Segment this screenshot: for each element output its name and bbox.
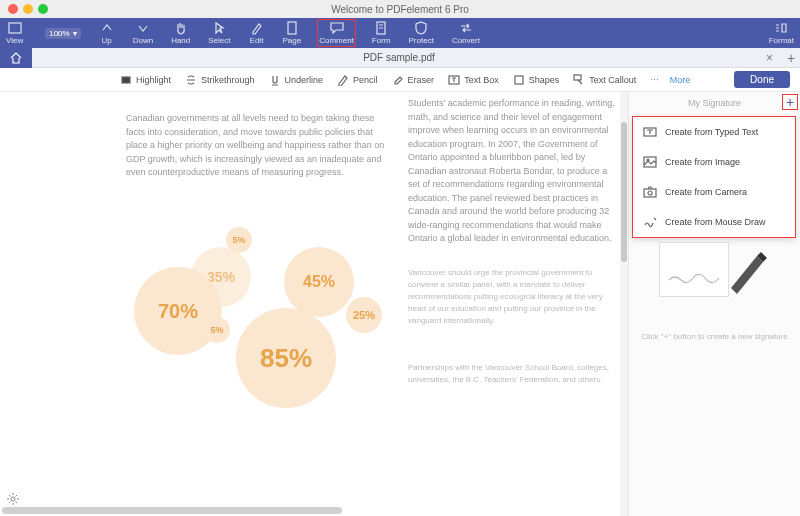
tab-filename[interactable]: PDF sample.pdf	[32, 52, 766, 63]
tab-bar: PDF sample.pdf × +	[0, 48, 800, 68]
done-button[interactable]: Done	[734, 71, 790, 88]
signature-preview-graphic	[659, 242, 769, 312]
doc-paragraph: Canadian governments at all levels need …	[126, 112, 386, 180]
pencil-tool[interactable]: Pencil	[337, 74, 378, 86]
create-from-typed-text[interactable]: Create from Typed Text	[633, 117, 795, 147]
tab-add-button[interactable]: +	[782, 50, 800, 66]
eraser-tool[interactable]: Eraser	[392, 74, 435, 86]
textbox-tool[interactable]: Text Box	[448, 74, 499, 86]
svg-point-11	[648, 191, 652, 195]
doc-paragraph: Students' academic performance in readin…	[408, 97, 618, 246]
doc-paragraph: Partnerships with the Vancouver School B…	[408, 362, 618, 386]
select-button[interactable]: Select	[208, 21, 230, 45]
window-title: Welcome to PDFelement 6 Pro	[0, 4, 800, 15]
home-button[interactable]	[0, 48, 32, 68]
zoom-select[interactable]: 100%▾	[45, 28, 80, 39]
bubble-chart-value: 70%	[134, 267, 222, 355]
tab-close-button[interactable]: ×	[766, 51, 782, 65]
comment-toolbar: Highlight Strikethrough Underline Pencil…	[0, 68, 800, 92]
page-button[interactable]: Page	[282, 21, 301, 45]
svg-point-12	[11, 497, 15, 501]
more-tools[interactable]: ⋯ More	[650, 75, 690, 85]
protect-button[interactable]: Protect	[409, 21, 434, 45]
settings-button[interactable]	[6, 492, 20, 506]
document-view[interactable]: Canadian governments at all levels need …	[26, 92, 628, 516]
bubble-chart-value: 45%	[284, 247, 354, 317]
shapes-tool[interactable]: Shapes	[513, 74, 560, 86]
svg-rect-10	[644, 189, 656, 197]
svg-rect-0	[9, 23, 21, 33]
svg-rect-6	[574, 75, 581, 80]
convert-button[interactable]: Convert	[452, 21, 480, 45]
highlight-tool[interactable]: Highlight	[120, 74, 171, 86]
bubble-chart-value: 25%	[346, 297, 382, 333]
format-button[interactable]: Format	[769, 21, 794, 45]
edit-button[interactable]: Edit	[248, 21, 264, 45]
text-callout-tool[interactable]: Text Callout	[573, 74, 636, 86]
bubble-chart-value: 85%	[236, 308, 336, 408]
signature-panel: My Signature + Create from Typed Text Cr…	[628, 92, 800, 516]
svg-rect-3	[122, 77, 130, 83]
view-button[interactable]: View	[6, 21, 23, 45]
signature-hint: Click "+" button to create a new signatu…	[629, 332, 800, 341]
form-button[interactable]: Form	[372, 21, 391, 45]
main-toolbar: View 100%▾ Up Down Hand Select Edit Page…	[0, 18, 800, 48]
down-button[interactable]: Down	[133, 21, 153, 45]
signature-create-menu: Create from Typed Text Create from Image…	[632, 116, 796, 238]
svg-rect-5	[515, 76, 523, 84]
up-button[interactable]: Up	[99, 21, 115, 45]
horizontal-scrollbar[interactable]	[2, 507, 342, 514]
titlebar: Welcome to PDFelement 6 Pro	[0, 0, 800, 18]
hand-button[interactable]: Hand	[171, 21, 190, 45]
create-from-image[interactable]: Create from Image	[633, 147, 795, 177]
add-signature-button[interactable]: +	[782, 94, 798, 110]
svg-rect-1	[288, 22, 296, 34]
strikethrough-tool[interactable]: Strikethrough	[185, 74, 255, 86]
create-from-camera[interactable]: Create from Camera	[633, 177, 795, 207]
underline-tool[interactable]: Underline	[269, 74, 324, 86]
vertical-scrollbar[interactable]	[620, 92, 628, 516]
doc-paragraph: Vancouver should urge the provincial gov…	[408, 267, 618, 327]
bubble-chart-value: 5%	[204, 317, 230, 343]
signature-panel-title: My Signature	[635, 98, 794, 108]
create-from-mouse-draw[interactable]: Create from Mouse Draw	[633, 207, 795, 237]
comment-button[interactable]: Comment	[319, 21, 354, 45]
